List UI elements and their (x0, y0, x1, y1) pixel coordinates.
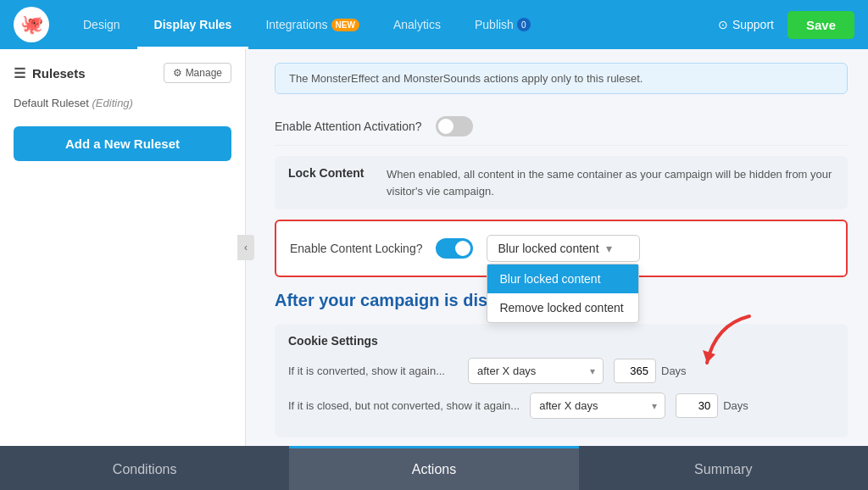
cookie-row2-days-label: Days (723, 399, 748, 412)
sidebar: ☰ Rulesets ⚙ Manage Default Ruleset (Edi… (0, 49, 246, 446)
cookie-row1-select-wrapper: after X days (468, 358, 604, 384)
cookie-row-closed: If it is closed, but not converted, show… (288, 393, 834, 419)
cookie-row1-input-group: Days (614, 359, 687, 383)
rulesets-title: ☰ Rulesets (14, 65, 86, 81)
nav-right: ⊙ Support Save (718, 11, 854, 39)
info-banner: The MonsterEffect and MonsterSounds acti… (275, 63, 848, 94)
sidebar-collapse-button[interactable]: ‹ (237, 235, 254, 260)
manage-button[interactable]: ⚙ Manage (164, 63, 231, 83)
rulesets-icon: ☰ (14, 65, 25, 81)
rulesets-header: ☰ Rulesets ⚙ Manage (14, 63, 231, 83)
bottom-tabs: Conditions Actions Summary (0, 446, 868, 490)
lock-content-title: Lock Content (288, 166, 373, 180)
content-locking-box: Enable Content Locking? Blur locked cont… (275, 220, 848, 277)
cookie-row1-days-input[interactable] (614, 359, 656, 383)
locking-dropdown-menu: Blur locked content Remove locked conten… (487, 264, 639, 323)
cookie-row2-input-group: Days (676, 393, 748, 418)
save-button[interactable]: Save (787, 11, 854, 39)
cookie-row2-label: If it is closed, but not converted, show… (288, 399, 520, 412)
attention-toggle[interactable] (436, 116, 473, 136)
attention-row: Enable Attention Activation? (275, 108, 848, 146)
cookie-row1-select[interactable]: after X days (468, 358, 604, 384)
nav-display-rules[interactable]: Display Rules (137, 0, 249, 49)
nav-integrations[interactable]: Integrations NEW (248, 0, 376, 49)
content-locking-toggle[interactable] (436, 238, 473, 259)
locking-row: Enable Content Locking? Blur locked cont… (290, 235, 832, 262)
dropdown-item-remove[interactable]: Remove locked content (487, 293, 638, 322)
locking-label: Enable Content Locking? (290, 242, 422, 255)
cookie-row1-days-label: Days (661, 365, 687, 377)
logo-area[interactable]: 🐙 (14, 7, 49, 42)
locking-toggle-knob (455, 241, 470, 256)
nav-design[interactable]: Design (66, 0, 137, 49)
attention-label: Enable Attention Activation? (275, 120, 422, 133)
cookie-row-converted: If it is converted, show it again... aft… (288, 358, 834, 384)
tab-summary[interactable]: Summary (579, 446, 868, 490)
dropdown-caret: ▾ (606, 242, 612, 255)
default-ruleset-label: Default Ruleset (Editing) (14, 93, 231, 113)
lock-content-header: Lock Content When enabled, all content i… (275, 156, 848, 209)
locking-dropdown-button[interactable]: Blur locked content ▾ (487, 235, 639, 262)
tab-conditions[interactable]: Conditions (0, 446, 289, 490)
toggle-knob (438, 119, 453, 134)
integrations-badge: NEW (331, 19, 359, 31)
main-layout: ☰ Rulesets ⚙ Manage Default Ruleset (Edi… (0, 49, 868, 446)
top-navigation: 🐙 Design Display Rules Integrations NEW … (0, 0, 868, 49)
cookie-row2-select-wrapper: after X days (530, 393, 665, 419)
locking-dropdown-wrapper: Blur locked content ▾ Blur locked conten… (487, 235, 639, 262)
nav-analytics[interactable]: Analytics (376, 0, 458, 49)
content-inner: The MonsterEffect and MonsterSounds acti… (254, 49, 868, 446)
nav-items: Design Display Rules Integrations NEW An… (66, 0, 718, 49)
cookie-settings-title: Cookie Settings (288, 334, 834, 348)
nav-publish[interactable]: Publish 0 (458, 0, 548, 49)
dropdown-item-blur[interactable]: Blur locked content (487, 264, 638, 293)
cookie-row2-select[interactable]: after X days (530, 393, 665, 419)
cookie-settings-section: Cookie Settings If it is converted, show… (275, 324, 848, 437)
content-area: The MonsterEffect and MonsterSounds acti… (254, 49, 868, 446)
tab-actions[interactable]: Actions (289, 446, 578, 490)
cookie-row2-days-input[interactable] (676, 393, 718, 418)
support-button[interactable]: ⊙ Support (718, 18, 774, 31)
logo: 🐙 (14, 7, 49, 42)
add-ruleset-button[interactable]: Add a New Ruleset (14, 126, 231, 161)
publish-badge: 0 (517, 18, 531, 31)
lock-content-desc: When enabled, all content in the same co… (387, 166, 834, 199)
cookie-row1-label: If it is converted, show it again... (288, 365, 458, 377)
